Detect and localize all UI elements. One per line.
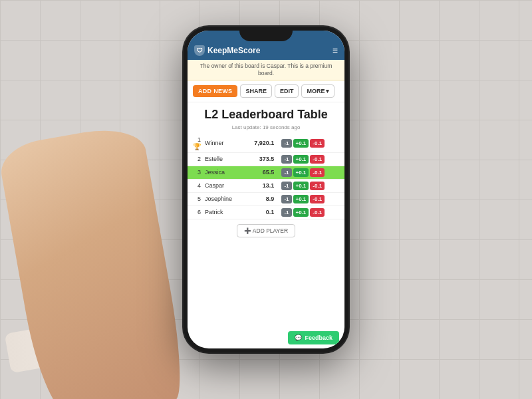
phone-notch — [239, 27, 293, 41]
player-actions: -1 +0.1 -0.1 — [277, 205, 344, 219]
player-actions: -1 +0.1 -0.1 — [277, 166, 344, 179]
trophy-icon: 🏆 — [193, 143, 201, 150]
minus-button[interactable]: -1 — [281, 139, 291, 148]
table-row: 2 Estelle 373.5 -1 +0.1 -0.1 — [188, 152, 344, 166]
player-name: Estelle — [202, 152, 244, 166]
leaderboard-title: L2 Leaderboard Table — [188, 108, 344, 122]
rank-cell: 1🏆 — [188, 134, 202, 153]
hamburger-icon[interactable]: ≡ — [332, 45, 338, 56]
phone-screen: 🛡 KeepMeScore ≡ The owner of this board … — [188, 31, 344, 348]
rank-cell: 2 — [188, 152, 202, 166]
add-news-button[interactable]: ADD NEWS — [193, 85, 237, 97]
neg-button[interactable]: -0.1 — [310, 182, 325, 190]
feedback-button[interactable]: 💬 Feedback — [288, 331, 339, 344]
premium-notice: The owner of this board is Caspar. This … — [188, 60, 344, 80]
player-name: Winner — [202, 134, 244, 153]
rank-cell: 4 — [188, 179, 202, 192]
rank-cell: 6 — [188, 205, 202, 219]
player-actions: -1 +0.1 -0.1 — [277, 192, 344, 205]
player-name: Patrick — [202, 205, 244, 219]
rank-cell: 5 — [188, 192, 202, 205]
table-row: 5 Josephine 8.9 -1 +0.1 -0.1 — [188, 192, 344, 205]
share-button[interactable]: SHARE — [240, 84, 272, 98]
player-name: Josephine — [202, 192, 244, 205]
player-name: Jessica — [202, 166, 244, 179]
more-button[interactable]: MORE ▾ — [301, 84, 334, 98]
player-score: 13.1 — [244, 179, 277, 192]
minus-button[interactable]: -1 — [281, 155, 291, 164]
plus-button[interactable]: +0.1 — [293, 208, 309, 217]
player-actions: -1 +0.1 -0.1 — [277, 134, 344, 153]
table-row: 4 Caspar 13.1 -1 +0.1 -0.1 — [188, 179, 344, 192]
plus-button[interactable]: +0.1 — [293, 195, 309, 203]
phone: 🛡 KeepMeScore ≡ The owner of this board … — [184, 27, 348, 352]
add-player-button[interactable]: ➕ ADD PLAYER — [237, 224, 295, 237]
neg-button[interactable]: -0.1 — [310, 168, 325, 177]
neg-button[interactable]: -0.1 — [310, 139, 325, 148]
last-update: Last update: 19 seconds ago — [188, 124, 344, 130]
table-row: 1🏆 Winner 7,920.1 -1 +0.1 -0.1 — [188, 134, 344, 153]
player-actions: -1 +0.1 -0.1 — [277, 179, 344, 192]
plus-button[interactable]: +0.1 — [293, 182, 309, 190]
phone-container: 🛡 KeepMeScore ≡ The owner of this board … — [184, 40, 348, 352]
player-score: 65.5 — [244, 166, 277, 179]
player-score: 8.9 — [244, 192, 277, 205]
plus-button[interactable]: +0.1 — [293, 155, 309, 164]
minus-button[interactable]: -1 — [281, 208, 291, 217]
score-table: 1🏆 Winner 7,920.1 -1 +0.1 -0.1 2 Estelle… — [188, 134, 344, 219]
chevron-down-icon: ▾ — [326, 88, 329, 94]
neg-button[interactable]: -0.1 — [310, 195, 325, 203]
player-actions: -1 +0.1 -0.1 — [277, 152, 344, 166]
plus-button[interactable]: +0.1 — [293, 139, 309, 148]
rank-cell: 3 — [188, 166, 202, 179]
action-bar: ADD NEWS SHARE EDIT MORE ▾ — [188, 80, 344, 102]
player-score: 0.1 — [244, 205, 277, 219]
feedback-icon: 💬 — [295, 334, 302, 341]
minus-button[interactable]: -1 — [281, 195, 291, 203]
brand: 🛡 KeepMeScore — [194, 45, 260, 56]
feedback-area: 💬 Feedback — [188, 329, 344, 348]
neg-button[interactable]: -0.1 — [310, 208, 325, 217]
table-row: 6 Patrick 0.1 -1 +0.1 -0.1 — [188, 205, 344, 219]
table-row: 3 Jessica 65.5 -1 +0.1 -0.1 — [188, 166, 344, 179]
plus-button[interactable]: +0.1 — [293, 168, 309, 177]
leaderboard-content: L2 Leaderboard Table Last update: 19 sec… — [188, 102, 344, 329]
add-player-row: ➕ ADD PLAYER — [188, 219, 344, 241]
neg-button[interactable]: -0.1 — [310, 155, 325, 164]
minus-button[interactable]: -1 — [281, 182, 291, 190]
brand-name: KeepMeScore — [207, 46, 260, 55]
player-score: 7,920.1 — [244, 134, 277, 153]
player-score: 373.5 — [244, 152, 277, 166]
shield-icon: 🛡 — [194, 45, 205, 56]
player-name: Caspar — [202, 179, 244, 192]
minus-button[interactable]: -1 — [281, 168, 291, 177]
edit-button[interactable]: EDIT — [275, 84, 299, 98]
